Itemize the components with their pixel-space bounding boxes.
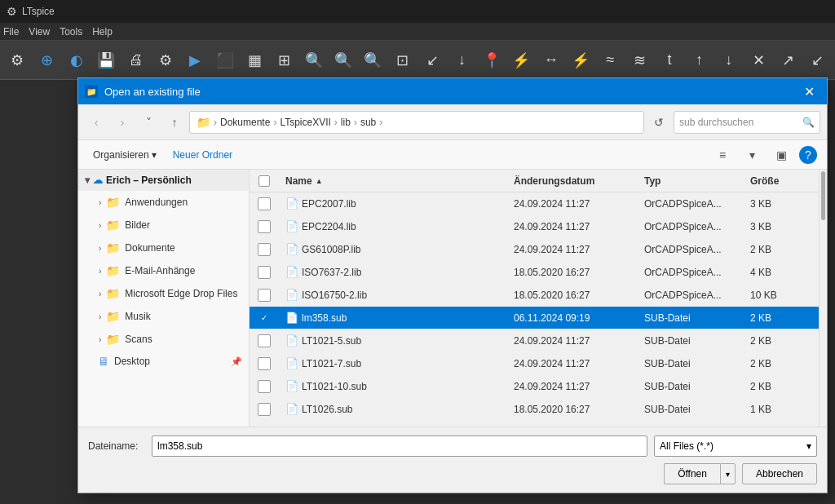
toolbar-btn-18[interactable]: ⚡ [507, 46, 535, 75]
breadcrumb-lib[interactable]: lib [341, 117, 351, 128]
toolbar-btn-7[interactable]: ▶ [181, 46, 209, 75]
view-dropdown-button[interactable]: ▾ [740, 144, 763, 166]
open-dropdown-arrow[interactable]: ▾ [720, 463, 736, 484]
table-row[interactable]: 📄LT1021-10.sub24.09.2024 11:27SUB-Datei2… [250, 375, 819, 398]
nav-up-button[interactable]: ↑ [163, 111, 186, 134]
file-checkbox[interactable] [258, 289, 271, 302]
menu-tools[interactable]: Tools [60, 26, 82, 38]
toolbar-btn-4[interactable]: 💾 [92, 46, 120, 75]
breadcrumb-sub[interactable]: sub [360, 117, 376, 128]
toolbar-btn-21[interactable]: ≈ [596, 46, 624, 75]
folder-icon-scans: 📁 [106, 333, 120, 346]
toolbar-btn-16[interactable]: ↓ [448, 46, 475, 75]
open-button[interactable]: Öffnen [664, 463, 720, 484]
table-row[interactable]: ✓📄lm358.sub06.11.2024 09:19SUB-Datei2 KB [250, 307, 819, 329]
toolbar-btn-9[interactable]: ▦ [241, 46, 268, 75]
file-checkbox[interactable]: ✓ [258, 312, 271, 325]
header-checkbox[interactable] [250, 175, 279, 187]
file-size: 3 KB [744, 198, 819, 210]
breadcrumb-sep-1: › [214, 117, 217, 128]
toolbar-btn-19[interactable]: ↔ [537, 46, 564, 75]
filename-input[interactable] [152, 435, 647, 457]
file-checkbox[interactable] [258, 243, 271, 256]
filename-label: Dateiname: [88, 440, 145, 452]
view-pane-button[interactable]: ▣ [770, 144, 793, 166]
sidebar-item-edge[interactable]: › 📁 Microsoft Edge Drop Files [78, 282, 249, 305]
sidebar-item-anwendungen[interactable]: › 📁 Anwendungen [78, 191, 249, 214]
sidebar-item-scans[interactable]: › 📁 Scans [78, 328, 249, 351]
toolbar-btn-25[interactable]: ↓ [715, 46, 743, 75]
app-icon: ⚙ [7, 5, 17, 18]
search-box[interactable]: sub durchsuchen 🔍 [674, 111, 820, 134]
sidebar-item-dokumente[interactable]: › 📁 Dokumente [78, 237, 249, 259]
file-checkbox[interactable] [258, 334, 271, 347]
toolbar-btn-23[interactable]: t [656, 46, 683, 75]
sidebar-item-musik[interactable]: › 📁 Musik [78, 305, 249, 328]
cancel-button[interactable]: Abbrechen [742, 463, 817, 484]
sidebar-item-email[interactable]: › 📁 E-Mail-Anhänge [78, 259, 249, 282]
nav-forward-button[interactable]: › [111, 111, 134, 134]
help-button[interactable]: ? [799, 146, 817, 164]
organise-button[interactable]: Organisieren ▾ [88, 146, 161, 164]
file-type: SUB-Datei [638, 312, 744, 324]
dialog-close-button[interactable]: ✕ [797, 80, 820, 103]
table-row[interactable]: 📄ISO7637-2.lib18.05.2020 16:27OrCADPSpic… [250, 261, 819, 284]
toolbar-btn-27[interactable]: ↗ [774, 46, 802, 75]
table-row[interactable]: 📄EPC2204.lib24.09.2024 11:27OrCADPSpiceA… [250, 215, 819, 238]
search-icon[interactable]: 🔍 [802, 117, 815, 128]
toolbar-btn-26[interactable]: ✕ [744, 46, 772, 75]
file-checkbox[interactable] [258, 403, 271, 416]
sidebar-section-erich[interactable]: ▾ ☁ Erich – Persönlich [78, 170, 249, 191]
toolbar-btn-8[interactable]: ⬛ [211, 46, 239, 75]
table-row[interactable]: 📄LT1026.sub18.05.2020 16:27SUB-Datei1 KB [250, 398, 819, 421]
file-type: SUB-Datei [638, 381, 744, 392]
table-row[interactable]: 📄GS61008P.lib24.09.2024 11:27OrCADPSpice… [250, 238, 819, 261]
organise-label: Organisieren [93, 149, 149, 161]
nav-refresh-button[interactable]: ↺ [647, 111, 670, 134]
breadcrumb-ltspice[interactable]: LTspiceXVII [280, 117, 330, 128]
filetype-dropdown[interactable]: All Files (*.*) ▾ [654, 435, 817, 457]
sidebar-item-desktop[interactable]: 🖥 Desktop 📌 [78, 351, 249, 372]
toolbar-btn-28[interactable]: ↙ [804, 46, 832, 75]
toolbar-btn-15[interactable]: ↙ [418, 46, 446, 75]
table-row[interactable]: 📄LT1021-5.sub24.09.2024 11:27SUB-Datei2 … [250, 329, 819, 352]
nav-back-button[interactable]: ‹ [85, 111, 108, 134]
file-checkbox[interactable] [258, 380, 271, 393]
file-checkbox[interactable] [258, 266, 271, 279]
toolbar-btn-24[interactable]: ↑ [685, 46, 713, 75]
menu-help[interactable]: Help [92, 26, 113, 38]
table-row[interactable]: 📄ISO16750-2.lib18.05.2020 16:27OrCADPSpi… [250, 284, 819, 307]
column-header-date[interactable]: Änderungsdatum [507, 175, 638, 187]
toolbar-btn-17[interactable]: 📍 [478, 46, 506, 75]
folder-icon-anwendungen: 📁 [106, 196, 120, 209]
toolbar-btn-22[interactable]: ≋ [626, 46, 654, 75]
file-checkbox[interactable] [258, 197, 271, 210]
toolbar-btn-2[interactable]: ⊕ [33, 46, 60, 75]
breadcrumb-dokumente[interactable]: Dokumente [220, 117, 270, 128]
toolbar-btn-1[interactable]: ⚙ [3, 46, 31, 75]
table-row[interactable]: 📄LT1021-7.sub24.09.2024 11:27SUB-Datei2 … [250, 352, 819, 375]
menu-file[interactable]: File [3, 26, 19, 38]
view-list-button[interactable]: ≡ [711, 144, 734, 166]
toolbar-btn-20[interactable]: ⚡ [567, 46, 594, 75]
new-folder-button[interactable]: Neuer Ordner [168, 146, 237, 164]
breadcrumb[interactable]: 📁 › Dokumente › LTspiceXVII › lib › sub … [189, 111, 644, 134]
column-header-name[interactable]: Name ▲ [279, 175, 507, 187]
file-checkbox[interactable] [258, 220, 271, 233]
sidebar-item-bilder[interactable]: › 📁 Bilder [78, 214, 249, 237]
toolbar-btn-12[interactable]: 🔍 [329, 46, 357, 75]
toolbar-btn-3[interactable]: ◐ [63, 46, 91, 75]
nav-dropdown-button[interactable]: ˅ [137, 111, 160, 134]
toolbar-btn-11[interactable]: 🔍 [300, 46, 328, 75]
toolbar-btn-14[interactable]: ⊡ [389, 46, 417, 75]
toolbar-btn-13[interactable]: 🔍 [359, 46, 387, 75]
toolbar-btn-6[interactable]: ⚙ [152, 46, 179, 75]
table-row[interactable]: 📄EPC2007.lib24.09.2024 11:27OrCADPSpiceA… [250, 192, 819, 215]
sidebar-chevron-bilder: › [99, 221, 101, 230]
file-checkbox[interactable] [258, 357, 271, 370]
sidebar-label-edge: Microsoft Edge Drop Files [125, 288, 237, 299]
toolbar-btn-10[interactable]: ⊞ [270, 46, 298, 75]
menu-view[interactable]: View [29, 26, 50, 38]
scrollbar[interactable] [819, 170, 827, 427]
toolbar-btn-5[interactable]: 🖨 [121, 46, 149, 75]
